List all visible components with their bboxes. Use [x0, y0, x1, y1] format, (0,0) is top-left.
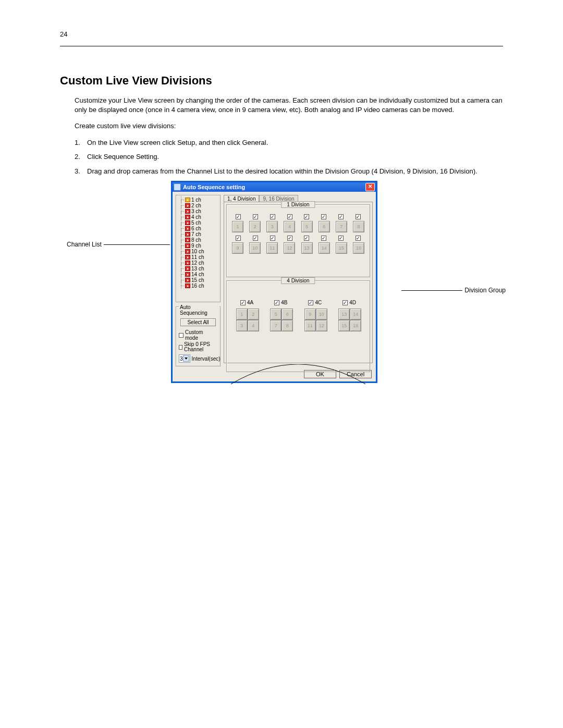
group-checkbox[interactable] — [342, 300, 348, 305]
camera-icon — [185, 220, 190, 225]
division-slot[interactable]: 8 — [353, 221, 364, 232]
slot-checkbox[interactable] — [253, 214, 258, 219]
channel-item[interactable]: 14 ch — [179, 272, 218, 277]
division-slot[interactable]: 12 — [316, 320, 327, 331]
four-div-grid: 13141516 — [338, 309, 360, 330]
slot-checkbox[interactable] — [304, 214, 309, 219]
auto-sequencing-label: Auto Sequencing — [179, 304, 219, 316]
interval-combo[interactable]: 3 — [179, 354, 190, 363]
channel-item[interactable]: 11 ch — [179, 254, 218, 260]
division-slot[interactable]: 15 — [336, 242, 347, 254]
division-slot[interactable]: 6 — [319, 221, 330, 232]
slot-checkbox[interactable] — [356, 214, 361, 219]
division-slot[interactable]: 3 — [236, 320, 248, 331]
channel-item[interactable]: 7 ch — [179, 231, 218, 237]
camera-icon — [185, 243, 190, 248]
slot-checkbox[interactable] — [338, 236, 344, 241]
tab-1-4-division[interactable]: 1, 4 Division — [224, 195, 259, 202]
division-slot[interactable]: 4 — [248, 320, 259, 331]
titlebar[interactable]: Auto Sequence setting ✕ — [173, 182, 376, 192]
slot-checkbox[interactable] — [270, 214, 275, 219]
four-div-header: 4A — [240, 300, 253, 305]
channel-item[interactable]: 4 ch — [179, 214, 218, 220]
slot-checkbox[interactable] — [304, 236, 309, 241]
division-slot[interactable]: 10 — [316, 309, 327, 320]
division-slot[interactable]: 9 — [232, 242, 243, 254]
close-icon[interactable]: ✕ — [365, 183, 375, 191]
division-slot[interactable]: 6 — [282, 309, 293, 320]
group-checkbox[interactable] — [240, 300, 246, 305]
division-slot[interactable]: 11 — [266, 242, 278, 254]
four-div-header: 4D — [342, 300, 356, 305]
division-slot[interactable]: 2 — [248, 309, 259, 320]
channel-item[interactable]: 5 ch — [179, 220, 218, 226]
slot-checkbox[interactable] — [287, 236, 292, 241]
division-slot[interactable]: 10 — [249, 242, 261, 254]
slot-checkbox[interactable] — [338, 214, 344, 219]
division-slot[interactable]: 12 — [284, 242, 295, 254]
chevron-down-icon[interactable] — [183, 355, 189, 362]
camera-icon — [185, 266, 190, 271]
division-slot[interactable]: 4 — [284, 221, 295, 232]
auto-sequence-dialog: Auto Sequence setting ✕ 1 ch2 ch3 ch4 ch… — [171, 181, 377, 383]
division-slot[interactable]: 1 — [232, 221, 243, 232]
channel-item[interactable]: 6 ch — [179, 226, 218, 231]
step-3: 3. Drag and drop cameras from the Channe… — [75, 167, 503, 176]
channel-item[interactable]: 9 ch — [179, 243, 218, 249]
four-division-group: 4 Division 4A4B4C4D 12345678910111213141… — [226, 280, 370, 372]
four-div-header: 4B — [274, 300, 287, 305]
slot-checkbox[interactable] — [321, 214, 326, 219]
channel-item[interactable]: 10 ch — [179, 249, 218, 254]
channel-item[interactable]: 2 ch — [179, 203, 218, 208]
division-slot[interactable]: 5 — [270, 309, 282, 320]
slot-checkbox[interactable] — [253, 236, 258, 241]
channel-list-panel: 1 ch2 ch3 ch4 ch5 ch6 ch7 ch8 ch9 ch10 c… — [176, 195, 221, 302]
division-slot[interactable]: 16 — [353, 242, 364, 254]
division-slot[interactable]: 14 — [350, 309, 361, 320]
one-division-group: 1 Division 12345678 910111213141516 — [226, 204, 370, 277]
slot-checkbox[interactable] — [321, 236, 326, 241]
channel-item[interactable]: 12 ch — [179, 260, 218, 266]
group-checkbox[interactable] — [308, 300, 313, 305]
division-slot[interactable]: 3 — [266, 221, 278, 232]
camera-icon — [185, 272, 190, 277]
four-div-header: 4C — [308, 300, 322, 305]
division-slot[interactable]: 11 — [304, 320, 316, 331]
custom-mode-checkbox[interactable] — [179, 333, 183, 338]
channel-item[interactable]: 16 ch — [179, 283, 218, 289]
division-slot[interactable]: 16 — [350, 320, 361, 331]
slot-checkbox[interactable] — [287, 214, 292, 219]
division-slot[interactable]: 14 — [319, 242, 330, 254]
channel-item[interactable]: 8 ch — [179, 237, 218, 243]
division-slot[interactable]: 2 — [249, 221, 261, 232]
division-slot[interactable]: 7 — [336, 221, 347, 232]
division-slot[interactable]: 1 — [236, 309, 248, 320]
channel-item[interactable]: 15 ch — [179, 277, 218, 283]
division-slot[interactable]: 13 — [301, 242, 313, 254]
callout-curve — [231, 364, 365, 385]
select-all-button[interactable]: Select All — [180, 318, 216, 326]
channel-item[interactable]: 13 ch — [179, 266, 218, 272]
header-rule — [60, 46, 503, 46]
division-slot[interactable]: 7 — [270, 320, 282, 331]
division-slot[interactable]: 13 — [338, 309, 350, 320]
slot-checkbox[interactable] — [236, 236, 241, 241]
four-div-grid: 9101112 — [304, 309, 326, 330]
slot-checkbox[interactable] — [356, 236, 361, 241]
division-slot[interactable]: 15 — [338, 320, 350, 331]
slot-checkbox[interactable] — [236, 214, 241, 219]
division-slot[interactable]: 5 — [301, 221, 313, 232]
callout-channel-list: Channel List — [67, 241, 170, 248]
camera-icon — [185, 283, 190, 288]
auto-sequencing-panel: Auto Sequencing Select All Custom mode S… — [176, 306, 221, 366]
division-slot[interactable]: 8 — [282, 320, 293, 331]
page-number: 24 — [60, 30, 67, 38]
interval-label: Interval(sec) — [192, 356, 221, 362]
group-checkbox[interactable] — [274, 300, 279, 305]
division-slot[interactable]: 9 — [304, 309, 316, 320]
step-2: 2. Click Sequence Setting. — [75, 152, 503, 162]
slot-checkbox[interactable] — [270, 236, 275, 241]
channel-item[interactable]: 3 ch — [179, 208, 218, 214]
channel-item[interactable]: 1 ch — [179, 197, 218, 203]
skip0fps-checkbox[interactable] — [179, 345, 182, 350]
